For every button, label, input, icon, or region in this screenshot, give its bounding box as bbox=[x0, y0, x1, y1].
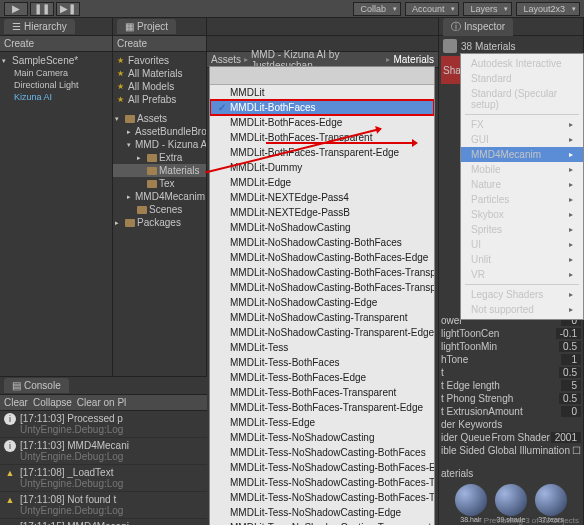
chevron-right-icon: ▸ bbox=[569, 255, 573, 264]
shader-option[interactable]: MMDLit-Tess-BothFaces-Transparent-Edge bbox=[210, 400, 434, 415]
shader-option[interactable]: MMDLit-Tess-NoShadowCasting-Transparent bbox=[210, 520, 434, 525]
shader-search[interactable] bbox=[210, 67, 434, 85]
console-tab[interactable]: ▤Console bbox=[4, 378, 69, 393]
shader-option[interactable]: MMDLit-Tess-NoShadowCasting-Edge bbox=[210, 505, 434, 520]
prop-value[interactable]: 0 bbox=[561, 406, 581, 417]
prop-label: lightToonMin bbox=[441, 341, 497, 352]
step-button[interactable]: ▶❚ bbox=[56, 2, 80, 16]
shader-option[interactable]: MMDLit bbox=[210, 85, 434, 100]
hierarchy-tab[interactable]: ☰Hierarchy bbox=[4, 19, 75, 34]
shader-category[interactable]: Standard bbox=[461, 71, 583, 86]
shader-option[interactable]: MMDLit-NoShadowCasting-BothFaces bbox=[210, 235, 434, 250]
shader-option[interactable]: MMDLit-NoShadowCasting-BothFaces-Transpa… bbox=[210, 280, 434, 295]
hierarchy-item[interactable]: Main Camera bbox=[0, 67, 112, 79]
shader-option[interactable]: MMDLit-Tess-BothFaces-Transparent bbox=[210, 385, 434, 400]
prop-value[interactable]: 0.5 bbox=[559, 367, 581, 378]
fav-item[interactable]: ★All Prefabs bbox=[113, 93, 206, 106]
console-log-row[interactable]: i[17:11:03] MMD4MecaniUntyEngine.Debug:L… bbox=[0, 438, 207, 465]
hierarchy-item[interactable]: Kizuna AI bbox=[0, 91, 112, 103]
chevron-right-icon: ▸ bbox=[569, 120, 573, 129]
queue-value[interactable]: 2001 bbox=[551, 432, 581, 443]
inspector-object-title: 38 Materials bbox=[441, 38, 581, 54]
fav-item[interactable]: ★All Models bbox=[113, 80, 206, 93]
shader-category[interactable]: Nature▸ bbox=[461, 177, 583, 192]
breadcrumb-item[interactable]: Assets bbox=[211, 54, 241, 65]
shader-category[interactable]: Skybox▸ bbox=[461, 207, 583, 222]
console-log-row[interactable]: i[17:11:03] Processed pUntyEngine.Debug:… bbox=[0, 411, 207, 438]
shader-category[interactable]: MMD4Mecanim▸ bbox=[461, 147, 583, 162]
shader-category[interactable]: VR▸ bbox=[461, 267, 583, 282]
asset-folder-selected[interactable]: Materials bbox=[113, 164, 206, 177]
clear-button[interactable]: Clear bbox=[4, 397, 28, 408]
prop-value[interactable]: 5 bbox=[561, 380, 581, 391]
fav-item[interactable]: ★All Materials bbox=[113, 67, 206, 80]
material-preview[interactable] bbox=[455, 484, 487, 516]
assets-header[interactable]: ▾Assets bbox=[113, 112, 206, 125]
material-preview[interactable] bbox=[495, 484, 527, 516]
shader-category[interactable]: Not supported▸ bbox=[461, 302, 583, 317]
layers-dropdown[interactable]: Layers bbox=[463, 2, 512, 16]
collab-dropdown[interactable]: Collab bbox=[353, 2, 401, 16]
shader-option[interactable]: MMDLit-NoShadowCasting-Edge bbox=[210, 295, 434, 310]
breadcrumb-item[interactable]: Materials bbox=[393, 54, 434, 65]
shader-category[interactable]: Particles▸ bbox=[461, 192, 583, 207]
console-log-row[interactable]: ▲[17:11:08] _LoadTextUntyEngine.Debug:Lo… bbox=[0, 465, 207, 492]
shader-option[interactable]: MMDLit-Tess-NoShadowCasting-BothFaces bbox=[210, 445, 434, 460]
shader-option[interactable]: MMDLit-Tess-Edge bbox=[210, 415, 434, 430]
prop-value[interactable]: 1 bbox=[561, 354, 581, 365]
console-log-row[interactable]: ▲[17:11:08] Not found tUntyEngine.Debug:… bbox=[0, 492, 207, 519]
shader-option[interactable]: MMDLit-Edge bbox=[210, 175, 434, 190]
shader-option[interactable]: MMDLit-Tess-NoShadowCasting-BothFaces-Tr… bbox=[210, 490, 434, 505]
shader-option[interactable]: MMDLit-NoShadowCasting-Transparent bbox=[210, 310, 434, 325]
asset-folder[interactable]: ▸Extra bbox=[113, 151, 206, 164]
shader-option[interactable]: MMDLit-NoShadowCasting-BothFaces-Transpa… bbox=[210, 265, 434, 280]
hierarchy-item[interactable]: Directional Light bbox=[0, 79, 112, 91]
shader-option[interactable]: MMDLit-NoShadowCasting-Transparent-Edge bbox=[210, 325, 434, 340]
asset-folder[interactable]: ▸AssetBundleBrowser bbox=[113, 125, 206, 138]
shader-category[interactable]: Autodesk Interactive bbox=[461, 56, 583, 71]
play-button[interactable]: ▶ bbox=[4, 2, 28, 16]
shader-category[interactable]: Legacy Shaders▸ bbox=[461, 287, 583, 302]
shader-option[interactable]: MMDLit-Tess-NoShadowCasting-BothFaces-Ed… bbox=[210, 460, 434, 475]
asset-folder[interactable]: Tex bbox=[113, 177, 206, 190]
shader-category[interactable]: FX▸ bbox=[461, 117, 583, 132]
prop-value[interactable]: 0.5 bbox=[559, 341, 581, 352]
shader-option[interactable]: MMDLit-NoShadowCasting-BothFaces-Edge bbox=[210, 250, 434, 265]
shader-category[interactable]: UI▸ bbox=[461, 237, 583, 252]
shader-option[interactable]: MMDLit-NEXTEdge-Pass4 bbox=[210, 190, 434, 205]
create-dropdown[interactable]: Create bbox=[4, 38, 34, 49]
pause-button[interactable]: ❚❚ bbox=[30, 2, 54, 16]
scene-item[interactable]: ▾SampleScene* bbox=[0, 54, 112, 67]
shader-option[interactable]: MMDLit-Tess-NoShadowCasting bbox=[210, 430, 434, 445]
asset-folder[interactable]: ▾MMD - Kizuna AI by bbox=[113, 138, 206, 151]
shader-option[interactable]: MMDLit-BothFaces-Edge bbox=[210, 115, 434, 130]
console-log-row[interactable]: ●[17:11:15] MMD4MecaniUntyEngine.Debug:L… bbox=[0, 519, 207, 525]
shader-option[interactable]: MMDLit-NEXTEdge-PassB bbox=[210, 205, 434, 220]
prop-value[interactable]: 0.5 bbox=[559, 393, 581, 404]
shader-option[interactable]: MMDLit-Tess-BothFaces-Edge bbox=[210, 370, 434, 385]
shader-option[interactable]: MMDLit-Tess bbox=[210, 340, 434, 355]
shader-category[interactable]: Sprites▸ bbox=[461, 222, 583, 237]
collapse-button[interactable]: Collapse bbox=[33, 397, 72, 408]
material-preview[interactable] bbox=[535, 484, 567, 516]
dsgi-row[interactable]: ible Sided Global Illumination☐ bbox=[441, 444, 581, 457]
project-tab[interactable]: ▦Project bbox=[117, 19, 176, 34]
shader-option[interactable]: MMDLit-BothFaces bbox=[210, 100, 434, 115]
create-dropdown[interactable]: Create bbox=[117, 38, 147, 49]
asset-folder[interactable]: ▸MMD4Mecanim bbox=[113, 190, 206, 203]
shader-option[interactable]: MMDLit-Tess-NoShadowCasting-BothFaces-Tr… bbox=[210, 475, 434, 490]
shader-option[interactable]: MMDLit-NoShadowCasting bbox=[210, 220, 434, 235]
account-dropdown[interactable]: Account bbox=[405, 2, 460, 16]
shader-category[interactable]: Mobile▸ bbox=[461, 162, 583, 177]
packages-header[interactable]: ▸Packages bbox=[113, 216, 206, 229]
layout-dropdown[interactable]: Layout2x3 bbox=[516, 2, 580, 16]
prop-value[interactable]: -0.1 bbox=[556, 328, 581, 339]
inspector-tab[interactable]: ⓘInspector bbox=[443, 18, 513, 36]
clear-on-play[interactable]: Clear on Pl bbox=[77, 397, 126, 408]
shader-category[interactable]: Unlit▸ bbox=[461, 252, 583, 267]
shader-category[interactable]: GUI▸ bbox=[461, 132, 583, 147]
shader-category[interactable]: Standard (Specular setup) bbox=[461, 86, 583, 112]
shader-option[interactable]: MMDLit-BothFaces-Transparent-Edge bbox=[210, 145, 434, 160]
shader-option[interactable]: MMDLit-Tess-BothFaces bbox=[210, 355, 434, 370]
asset-folder[interactable]: Scenes bbox=[113, 203, 206, 216]
